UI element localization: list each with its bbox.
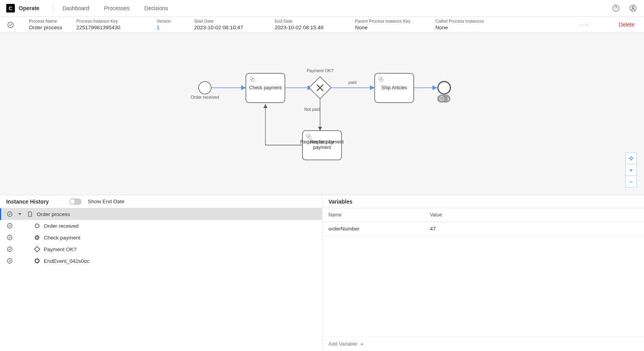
task-check-label: Check payment: [249, 85, 282, 90]
add-variable-footer[interactable]: Add Variable +: [322, 336, 644, 351]
bpmn-diagram[interactable]: Order received Check payment Payment OK?…: [0, 33, 644, 195]
lbl-process-name: Process Name: [29, 18, 62, 24]
instance-history-tree: Order processOrder receivedCheck payment…: [0, 208, 322, 267]
lbl-version: Version: [157, 18, 180, 24]
variable-row[interactable]: orderNumber47: [322, 222, 644, 236]
var-value: 47: [430, 226, 436, 232]
status-check-icon: [6, 258, 13, 264]
end-icon: [34, 258, 41, 264]
lbl-end-date: End Date: [275, 18, 341, 24]
caret-icon: [16, 212, 23, 216]
col-process-name: Process Name Order process: [29, 18, 62, 31]
col-value: Value: [430, 212, 442, 218]
col-version: Version 1: [157, 18, 180, 31]
history-row[interactable]: Payment OK?: [0, 243, 322, 255]
user-icon[interactable]: [628, 4, 638, 13]
zoom-out-button[interactable]: −: [625, 176, 637, 188]
col-name: Name: [329, 212, 430, 218]
history-row[interactable]: Order received: [0, 220, 322, 232]
lbl-parent: Parent Process Instance Key: [355, 18, 422, 24]
nav-decisions[interactable]: Decisions: [144, 5, 168, 11]
panel-variables: Variables Name Value orderNumber47 Add V…: [322, 195, 644, 351]
history-row-label: Payment OK?: [44, 246, 76, 252]
instance-history-title: Instance History: [6, 199, 49, 205]
start-event[interactable]: [199, 82, 211, 94]
zoom-reset-button[interactable]: [625, 152, 637, 164]
val-end-date: 2023-10-02 08:15:48: [275, 24, 341, 31]
col-instance-key: Process Instance Key 225179981395430: [76, 18, 143, 31]
col-start-date: Start Date 2023-10-02 08:10:47: [194, 18, 261, 31]
instance-status-icon: [7, 21, 15, 28]
start-icon: [34, 223, 41, 229]
svg-point-26: [35, 224, 39, 228]
instance-info-bar: Process Name Order process Process Insta…: [0, 17, 644, 33]
val-parent: None: [355, 24, 422, 31]
task-ship-label: Ship Articles: [381, 85, 407, 90]
zoom-in-button[interactable]: +: [625, 164, 637, 176]
start-event-label: Order received: [191, 95, 219, 99]
history-row-label: Order received: [44, 223, 78, 229]
history-row[interactable]: EndEvent_042s0oc: [0, 255, 322, 267]
val-process-name: Order process: [29, 24, 62, 31]
variables-title: Variables: [329, 199, 353, 205]
bpmn-svg: Order received Check payment Payment OK?…: [0, 33, 644, 195]
col-parent: Parent Process Instance Key None: [355, 18, 422, 31]
end-event-badge: 1: [437, 95, 450, 103]
val-start-date: 2023-10-02 08:10:47: [194, 24, 261, 31]
gateway-payment-ok[interactable]: [309, 77, 331, 99]
svg-point-23: [630, 157, 632, 160]
toggle-show-end-date-label: Show End Date: [88, 199, 125, 204]
val-version[interactable]: 1: [157, 24, 180, 31]
service-icon: [34, 235, 41, 240]
col-called: Called Process Instances None: [436, 18, 498, 31]
svg-text:payment: payment: [313, 145, 331, 150]
panel-instance-history: Instance History Show End Date Order pro…: [0, 195, 322, 351]
history-row-label: Check payment: [44, 235, 80, 241]
toggle-show-end-date[interactable]: [69, 199, 82, 205]
nav-processes[interactable]: Processes: [104, 5, 129, 11]
variables-header: Variables: [322, 195, 644, 208]
val-instance-key: 225179981395430: [76, 24, 143, 31]
annotation-arrow: [558, 25, 609, 25]
history-row[interactable]: Order process: [0, 208, 322, 220]
add-variable-label: Add Variable: [329, 341, 357, 347]
status-check-icon: [6, 246, 13, 252]
edge-notpaid-label: Not paid: [304, 107, 320, 112]
gateway-icon: [34, 246, 41, 252]
process-icon: [27, 211, 34, 217]
nav-dashboard[interactable]: Dashboard: [62, 5, 89, 11]
top-nav: C Operate Dashboard Processes Decisions: [0, 0, 644, 17]
svg-rect-29: [34, 246, 40, 252]
brand-icon: C: [6, 4, 15, 12]
help-icon[interactable]: [611, 4, 621, 13]
zoom-controls: + −: [625, 152, 637, 188]
instance-history-header: Instance History Show End Date: [0, 195, 322, 208]
col-end-date: End Date 2023-10-02 08:15:48: [275, 18, 341, 31]
variables-columns: Name Value: [322, 208, 644, 222]
lbl-start-date: Start Date: [194, 18, 261, 24]
divider: [53, 3, 53, 13]
svg-text:1: 1: [447, 96, 449, 101]
svg-text:Request for: Request for: [310, 139, 334, 145]
svg-marker-5: [587, 25, 588, 25]
status-check-icon: [6, 211, 13, 217]
end-event[interactable]: [438, 82, 450, 94]
bottom-panels: Instance History Show End Date Order pro…: [0, 195, 644, 351]
svg-point-2: [632, 7, 634, 9]
history-row[interactable]: Check payment: [0, 232, 322, 243]
lbl-instance-key: Process Instance Key: [76, 18, 143, 24]
val-called: None: [436, 24, 498, 31]
brand-name: Operate: [19, 5, 39, 11]
variables-rows: orderNumber47: [322, 222, 644, 236]
plus-icon: +: [360, 340, 364, 347]
edge-paid-label: paid: [349, 80, 357, 85]
status-check-icon: [6, 234, 13, 241]
svg-point-31: [35, 259, 39, 263]
status-check-icon: [6, 223, 13, 229]
history-row-label: EndEvent_042s0oc: [44, 258, 89, 264]
history-row-label: Order process: [37, 211, 70, 217]
delete-button[interactable]: Delete: [619, 21, 635, 28]
var-name: orderNumber: [329, 226, 430, 232]
gateway-label: Payment OK?: [307, 68, 333, 73]
svg-point-3: [8, 22, 13, 28]
